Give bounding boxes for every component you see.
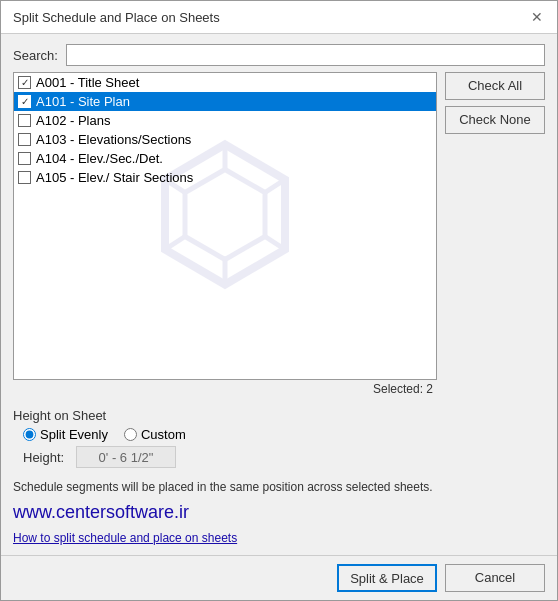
- list-item-checkbox[interactable]: [18, 152, 31, 165]
- list-item-label: A102 - Plans: [36, 113, 110, 128]
- custom-label: Custom: [141, 427, 186, 442]
- help-link[interactable]: How to split schedule and place on sheet…: [13, 531, 545, 545]
- list-item-label: A104 - Elev./Sec./Det.: [36, 151, 163, 166]
- height-input[interactable]: [76, 446, 176, 468]
- check-none-button[interactable]: Check None: [445, 106, 545, 134]
- check-all-button[interactable]: Check All: [445, 72, 545, 100]
- dialog: Split Schedule and Place on Sheets ✕ Sea…: [0, 0, 558, 601]
- height-section: Height on Sheet Split Evenly Custom Heig…: [13, 408, 545, 468]
- split-evenly-radio[interactable]: [23, 428, 36, 441]
- list-item-label: A105 - Elev./ Stair Sections: [36, 170, 193, 185]
- list-inner: ✓A001 - Title Sheet✓A101 - Site PlanA102…: [14, 73, 436, 379]
- bottom-bar: Split & Place Cancel: [1, 555, 557, 600]
- custom-radio[interactable]: [124, 428, 137, 441]
- custom-option[interactable]: Custom: [124, 427, 186, 442]
- height-label: Height:: [23, 450, 68, 465]
- list-item-checkbox[interactable]: [18, 171, 31, 184]
- search-label: Search:: [13, 48, 58, 63]
- list-item-checkbox[interactable]: ✓: [18, 76, 31, 89]
- list-item[interactable]: A103 - Elevations/Sections: [14, 130, 436, 149]
- sidebar-buttons: Check All Check None: [445, 72, 545, 398]
- split-evenly-option[interactable]: Split Evenly: [23, 427, 108, 442]
- list-item[interactable]: ✓A001 - Title Sheet: [14, 73, 436, 92]
- svg-line-6: [165, 237, 185, 250]
- svg-line-4: [265, 237, 285, 250]
- list-item[interactable]: ✓A101 - Site Plan: [14, 92, 436, 111]
- list-item[interactable]: A102 - Plans: [14, 111, 436, 130]
- info-text: Schedule segments will be placed in the …: [13, 480, 545, 494]
- main-area: ✓A001 - Title Sheet✓A101 - Site PlanA102…: [13, 72, 545, 398]
- height-section-label: Height on Sheet: [13, 408, 545, 423]
- list-item[interactable]: A105 - Elev./ Stair Sections: [14, 168, 436, 187]
- content-area: Search: ✓A001 - Title Sheet✓A101 - Site …: [1, 34, 557, 555]
- dialog-title: Split Schedule and Place on Sheets: [13, 10, 220, 25]
- cancel-button[interactable]: Cancel: [445, 564, 545, 592]
- sheet-list[interactable]: ✓A001 - Title Sheet✓A101 - Site PlanA102…: [13, 72, 437, 380]
- close-button[interactable]: ✕: [529, 9, 545, 25]
- split-and-place-button[interactable]: Split & Place: [337, 564, 437, 592]
- list-item-label: A001 - Title Sheet: [36, 75, 139, 90]
- selected-count: Selected: 2: [13, 380, 437, 398]
- split-evenly-label: Split Evenly: [40, 427, 108, 442]
- height-row: Height:: [13, 446, 545, 468]
- radio-row: Split Evenly Custom: [13, 427, 545, 442]
- list-item-label: A103 - Elevations/Sections: [36, 132, 191, 147]
- list-item-checkbox[interactable]: ✓: [18, 95, 31, 108]
- list-item[interactable]: A104 - Elev./Sec./Det.: [14, 149, 436, 168]
- title-bar: Split Schedule and Place on Sheets ✕: [1, 1, 557, 34]
- search-row: Search:: [13, 44, 545, 66]
- website-link[interactable]: www.centersoftware.ir: [13, 502, 545, 523]
- list-item-label: A101 - Site Plan: [36, 94, 130, 109]
- list-item-checkbox[interactable]: [18, 133, 31, 146]
- list-item-checkbox[interactable]: [18, 114, 31, 127]
- search-input[interactable]: [66, 44, 545, 66]
